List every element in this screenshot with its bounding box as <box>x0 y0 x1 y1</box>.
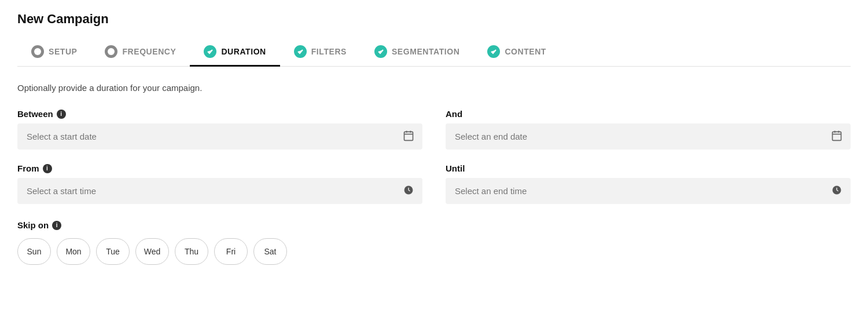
day-sun[interactable]: Sun <box>17 238 51 265</box>
duration-icon <box>204 45 216 58</box>
date-form: Between i And <box>17 109 851 204</box>
tab-frequency-label: FREQUENCY <box>122 47 176 56</box>
and-label: And <box>446 109 851 119</box>
until-label: Until <box>446 163 851 173</box>
tab-content-label: CONTENT <box>505 47 546 56</box>
until-group: Until <box>446 163 851 204</box>
from-info-icon[interactable]: i <box>43 164 52 173</box>
tab-segmentation[interactable]: SEGMENTATION <box>361 37 473 66</box>
page-title: New Campaign <box>17 12 851 27</box>
day-wed[interactable]: Wed <box>135 238 169 265</box>
day-thu[interactable]: Thu <box>175 238 208 265</box>
tab-segmentation-label: SEGMENTATION <box>392 47 459 56</box>
day-fri[interactable]: Fri <box>214 238 248 265</box>
tab-setup[interactable]: SETUP <box>17 37 91 66</box>
between-group: Between i <box>17 109 422 150</box>
tab-duration[interactable]: DURATION <box>190 37 279 66</box>
segmentation-icon <box>374 45 387 58</box>
from-group: From i <box>17 163 422 204</box>
end-date-wrapper <box>446 123 851 150</box>
from-label: From i <box>17 163 422 173</box>
description-text: Optionally provide a duration for your c… <box>17 83 851 93</box>
end-date-input[interactable] <box>446 123 851 150</box>
skip-on-section: Skip on i Sun Mon Tue Wed Thu Fri Sat <box>17 220 851 265</box>
day-mon[interactable]: Mon <box>57 238 90 265</box>
tab-content[interactable]: CONTENT <box>473 37 560 66</box>
days-row: Sun Mon Tue Wed Thu Fri Sat <box>17 238 851 265</box>
tab-filters-label: FILTERS <box>311 47 347 56</box>
content-icon <box>487 45 500 58</box>
filters-icon <box>294 45 307 58</box>
start-date-input[interactable] <box>17 123 422 150</box>
svg-point-0 <box>34 48 41 55</box>
start-time-input[interactable] <box>17 178 422 204</box>
skip-on-info-icon[interactable]: i <box>52 221 61 230</box>
skip-on-label: Skip on i <box>17 220 851 230</box>
end-time-wrapper <box>446 178 851 204</box>
between-label: Between i <box>17 109 422 119</box>
tab-frequency[interactable]: FREQUENCY <box>91 37 190 66</box>
tab-setup-label: SETUP <box>49 47 77 56</box>
between-info-icon[interactable]: i <box>57 110 66 119</box>
frequency-icon <box>105 45 117 58</box>
day-sat[interactable]: Sat <box>253 238 287 265</box>
setup-icon <box>31 45 44 58</box>
day-tue[interactable]: Tue <box>96 238 130 265</box>
and-group: And <box>446 109 851 150</box>
tab-duration-label: DURATION <box>221 47 266 56</box>
svg-point-1 <box>108 48 115 55</box>
start-time-wrapper <box>17 178 422 204</box>
tabs-bar: SETUP FREQUENCY DURATION FILTERS <box>17 37 851 67</box>
end-time-input[interactable] <box>446 178 851 204</box>
start-date-wrapper <box>17 123 422 150</box>
tab-filters[interactable]: FILTERS <box>280 37 361 66</box>
